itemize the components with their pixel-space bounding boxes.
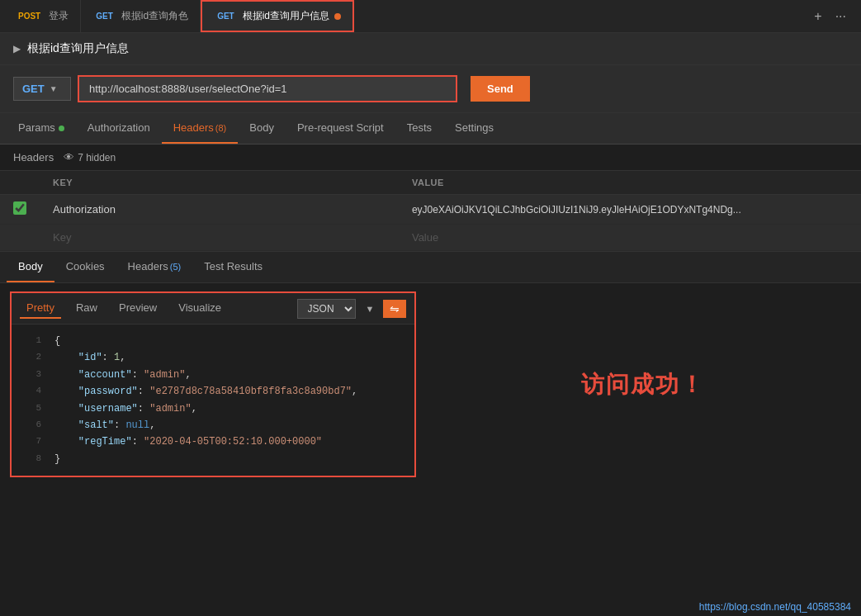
send-button[interactable]: Send bbox=[471, 76, 530, 102]
line-content-2: "id": 1, bbox=[54, 349, 125, 366]
code-tab-pretty[interactable]: Pretty bbox=[20, 298, 61, 319]
method-badge-post: POST bbox=[15, 11, 44, 21]
response-tab-body[interactable]: Body bbox=[7, 252, 54, 282]
tab-get-user[interactable]: GET 根据id查询用户信息 bbox=[201, 0, 354, 32]
tab-actions: + ··· bbox=[809, 6, 858, 27]
tab-label: 根据id查询用户信息 bbox=[243, 9, 329, 23]
add-tab-button[interactable]: + bbox=[809, 6, 826, 27]
row-key: Authorization bbox=[53, 203, 116, 216]
line-content-5: "username": "admin", bbox=[54, 400, 197, 417]
select-chevron-icon: ▼ bbox=[366, 304, 375, 314]
tab-dot bbox=[334, 13, 341, 20]
url-bar: GET ▼ Send bbox=[0, 65, 861, 113]
tab-prerequest[interactable]: Pre-request Script bbox=[286, 113, 395, 144]
headers-table: KEY VALUE Authorization eyJ0eXAiOiJKV1Qi… bbox=[0, 171, 861, 251]
tab-tests[interactable]: Tests bbox=[395, 113, 443, 144]
success-message: 访问成功！ bbox=[581, 369, 705, 400]
code-line-2: 2 "id": 1, bbox=[12, 349, 414, 366]
headers-section: KEY VALUE Authorization eyJ0eXAiOiJKV1Qi… bbox=[0, 171, 861, 252]
response-headers-label: Headers bbox=[128, 260, 168, 272]
line-content-3: "account": "admin", bbox=[54, 367, 192, 383]
line-num-5: 5 bbox=[18, 400, 41, 416]
format-select[interactable]: JSON XML HTML Text bbox=[297, 299, 356, 319]
line-content-6: "salt": null, bbox=[54, 417, 155, 434]
code-tab-preview[interactable]: Preview bbox=[112, 298, 163, 319]
line-content-8: } bbox=[54, 451, 60, 467]
tab-prerequest-label: Pre-request Script bbox=[297, 121, 384, 134]
headers-sub-label: Headers bbox=[13, 151, 54, 163]
tab-params[interactable]: Params bbox=[7, 113, 76, 144]
col-check bbox=[0, 171, 40, 195]
tab-get-role[interactable]: GET 根据id查询角色 bbox=[81, 0, 201, 32]
col-value-header: VALUE bbox=[399, 171, 861, 195]
table-row: Authorization eyJ0eXAiOiJKV1QiLCJhbGciOi… bbox=[0, 195, 861, 225]
url-input[interactable] bbox=[79, 77, 456, 101]
tab-body[interactable]: Body bbox=[238, 113, 286, 144]
eye-icon: 👁 bbox=[64, 151, 74, 163]
tab-settings[interactable]: Settings bbox=[443, 113, 505, 144]
code-content: 1 { 2 "id": 1, 3 "account": "admin", 4 "… bbox=[12, 325, 414, 476]
table-row-empty: Key Value bbox=[0, 225, 861, 251]
line-num-4: 4 bbox=[18, 383, 41, 399]
tab-authorization-label: Authorization bbox=[88, 121, 150, 134]
method-selector[interactable]: GET ▼ bbox=[13, 77, 71, 101]
more-tab-button[interactable]: ··· bbox=[830, 6, 851, 27]
response-body-label: Body bbox=[18, 260, 43, 272]
code-line-8: 8 } bbox=[12, 451, 414, 467]
line-num-7: 7 bbox=[18, 434, 41, 449]
request-title-text: 根据id查询用户信息 bbox=[27, 41, 129, 56]
response-cookies-label: Cookies bbox=[66, 260, 105, 272]
hidden-count[interactable]: 👁 7 hidden bbox=[64, 151, 116, 163]
footer-link: https://blog.csdn.net/qq_40585384 bbox=[699, 601, 851, 613]
tab-label: 根据id查询角色 bbox=[121, 9, 188, 23]
code-line-6: 6 "salt": null, bbox=[12, 417, 414, 434]
code-line-4: 4 "password": "e2787d8c78a58410bf8f8fa3c… bbox=[12, 383, 414, 400]
code-tab-raw[interactable]: Raw bbox=[69, 298, 104, 319]
params-dot bbox=[59, 126, 64, 131]
tab-settings-label: Settings bbox=[455, 121, 494, 134]
line-num-1: 1 bbox=[18, 333, 41, 348]
footer: https://blog.csdn.net/qq_40585384 bbox=[689, 598, 861, 616]
line-num-3: 3 bbox=[18, 367, 41, 382]
code-tab-visualize[interactable]: Visualize bbox=[172, 298, 228, 319]
method-badge-get2: GET bbox=[214, 11, 238, 21]
tab-post-login[interactable]: POST 登录 bbox=[3, 0, 81, 32]
line-content-1: { bbox=[54, 333, 60, 349]
code-line-1: 1 { bbox=[12, 333, 414, 349]
value-placeholder: Value bbox=[412, 231, 438, 244]
nav-tabs: Params Authorization Headers(8) Body Pre… bbox=[0, 113, 861, 145]
key-placeholder: Key bbox=[53, 231, 71, 244]
tab-body-label: Body bbox=[249, 121, 274, 134]
response-tabs: Body Cookies Headers(5) Test Results bbox=[0, 252, 861, 283]
code-panel: Pretty Raw Preview Visualize JSON XML HT… bbox=[10, 291, 416, 477]
wrap-button[interactable]: ⇋ bbox=[383, 300, 406, 318]
response-tab-headers[interactable]: Headers(5) bbox=[116, 252, 193, 282]
method-label: GET bbox=[22, 83, 45, 95]
tab-params-label: Params bbox=[18, 121, 55, 134]
success-panel: 访问成功！ bbox=[426, 283, 862, 486]
line-num-2: 2 bbox=[18, 349, 41, 365]
tab-authorization[interactable]: Authorization bbox=[76, 113, 162, 144]
method-badge-get1: GET bbox=[92, 11, 116, 21]
response-tab-testresults[interactable]: Test Results bbox=[192, 252, 274, 282]
code-line-3: 3 "account": "admin", bbox=[12, 367, 414, 383]
tab-headers[interactable]: Headers(8) bbox=[162, 113, 239, 144]
request-title-bar: ▶ 根据id查询用户信息 bbox=[0, 33, 861, 65]
tab-bar: POST 登录 GET 根据id查询角色 GET 根据id查询用户信息 + ··… bbox=[0, 0, 861, 33]
code-toolbar: Pretty Raw Preview Visualize JSON XML HT… bbox=[12, 293, 414, 325]
line-num-6: 6 bbox=[18, 417, 41, 433]
title-arrow: ▶ bbox=[13, 43, 21, 54]
code-line-7: 7 "regTime": "2020-04-05T00:52:10.000+00… bbox=[12, 434, 414, 450]
chevron-down-icon: ▼ bbox=[50, 84, 58, 93]
line-content-7: "regTime": "2020-04-05T00:52:10.000+0000… bbox=[54, 434, 322, 450]
body-section: Pretty Raw Preview Visualize JSON XML HT… bbox=[0, 283, 861, 486]
line-content-4: "password": "e2787d8c78a58410bf8f8fa3c8a… bbox=[54, 383, 357, 400]
tab-label: 登录 bbox=[49, 9, 69, 23]
response-tab-cookies[interactable]: Cookies bbox=[54, 252, 116, 282]
row-checkbox[interactable] bbox=[13, 201, 26, 215]
col-key-header: KEY bbox=[40, 171, 399, 195]
url-input-wrapper bbox=[78, 75, 457, 102]
line-num-8: 8 bbox=[18, 451, 41, 467]
response-testresults-label: Test Results bbox=[204, 260, 263, 272]
headers-sub-bar: Headers 👁 7 hidden bbox=[0, 145, 861, 171]
